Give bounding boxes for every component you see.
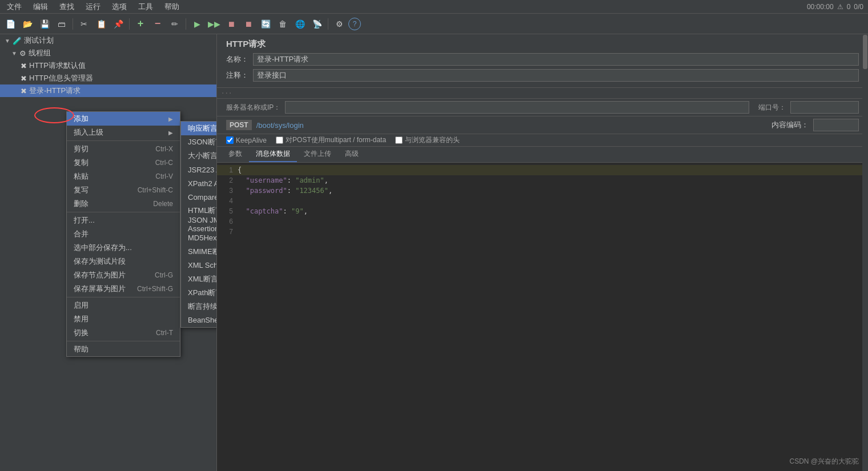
tree-item-login-http[interactable]: ✖ 登录-HTTP请求	[0, 84, 216, 97]
assert-xml[interactable]: XML断言	[181, 272, 217, 286]
content-encoding-input[interactable]	[813, 119, 859, 131]
assert-beanshell[interactable]: BeanShell断言	[181, 313, 217, 327]
help-button[interactable]: ?	[348, 18, 361, 30]
open-button[interactable]: 📂	[19, 16, 35, 32]
menu-file[interactable]: 文件	[5, 1, 24, 13]
menu-bar: 文件 编辑 查找 运行 选项 工具 帮助 00:00:00 ⚠ 0 0/0	[0, 0, 868, 14]
sep4	[328, 18, 328, 30]
ctx-merge[interactable]: 合并	[67, 227, 180, 241]
warning-icon: ⚠	[837, 3, 843, 11]
name-input[interactable]	[253, 53, 859, 66]
ctx-open[interactable]: 打开...	[67, 214, 180, 227]
ctx-save-selection[interactable]: 选中部分保存为...	[67, 241, 180, 255]
assert-xpath2[interactable]: XPath2 Assertion	[181, 176, 217, 190]
login-http-icon: ✖	[21, 87, 27, 95]
sep1	[73, 18, 73, 30]
ctx-toggle[interactable]: 切换 Ctrl-T	[67, 326, 180, 340]
ctx-delete[interactable]: 删除 Delete	[67, 197, 180, 211]
tree-item-test-plan[interactable]: ▼ 🧪 测试计划	[0, 34, 216, 47]
run-all-button[interactable]: ▶▶	[206, 16, 222, 32]
cut-button[interactable]: ✂	[76, 16, 92, 32]
tree-item-thread-group[interactable]: ▼ ⚙ 线程组	[0, 47, 216, 59]
ctx-paste[interactable]: 粘贴 Ctrl-V	[67, 170, 180, 183]
multipart-label[interactable]: 对POST使用multipart / form-data	[276, 135, 386, 145]
menu-search[interactable]: 查找	[57, 1, 77, 13]
comment-input[interactable]	[253, 69, 859, 82]
remove-button[interactable]: −	[150, 16, 166, 32]
menu-run[interactable]: 运行	[83, 1, 103, 13]
copy-button[interactable]: 📋	[93, 16, 109, 32]
ctx-disable[interactable]: 禁用	[67, 312, 180, 326]
save-as-button[interactable]: 🗃	[54, 16, 70, 32]
tabs-toolbar: ···	[217, 88, 868, 99]
tree-login-http-label: 登录-HTTP请求	[29, 86, 81, 96]
draw-button[interactable]: ✏	[167, 16, 183, 32]
save-button[interactable]: 💾	[37, 16, 53, 32]
clear-all-button[interactable]: 🗑	[275, 16, 291, 32]
comment-row: 注释：	[226, 69, 859, 82]
browser-headers-label[interactable]: 与浏览器兼容的头	[395, 135, 460, 145]
new-button[interactable]: 📄	[2, 16, 18, 32]
assert-json[interactable]: JSON断言	[181, 135, 217, 149]
paste-button[interactable]: 📌	[110, 16, 126, 32]
port-input[interactable]	[790, 101, 859, 114]
settings-button[interactable]: ⚙	[331, 16, 347, 32]
ctx-cut[interactable]: 剪切 Ctrl-X	[67, 142, 180, 156]
server-input[interactable]	[285, 101, 749, 114]
assert-compare[interactable]: Compare Assertion	[181, 190, 217, 204]
browse-button[interactable]: 🌐	[292, 16, 308, 32]
menu-edit[interactable]: 编辑	[31, 1, 50, 13]
add-button[interactable]: +	[132, 16, 148, 32]
assert-md5hex[interactable]: MD5Hex断言	[181, 231, 217, 245]
ctx-sep1	[67, 140, 180, 141]
comment-label: 注释：	[226, 70, 248, 80]
tab-files[interactable]: 文件上传	[297, 147, 338, 162]
code-line-1: 1 {	[217, 165, 868, 175]
tree-thread-label: 线程组	[29, 48, 51, 58]
capture-button[interactable]: 📡	[309, 16, 325, 32]
stop-all-button[interactable]: ⏹	[240, 16, 256, 32]
ctx-save-screen-image[interactable]: 保存屏幕为图片 Ctrl+Shift-G	[67, 282, 180, 296]
http-tabs: 参数 消息体数据 文件上传 高级	[217, 147, 868, 163]
ctx-insert-parent[interactable]: 插入上级 ▶	[67, 126, 180, 139]
menu-tools[interactable]: 工具	[136, 1, 155, 13]
stop-button[interactable]: ⏹	[223, 16, 239, 32]
menu-options[interactable]: 选项	[110, 1, 129, 13]
content-panel: HTTP请求 名称： 注释： ··· 服务器名称或IP： 端口号： POST /…	[217, 34, 868, 471]
menu-help[interactable]: 帮助	[162, 1, 182, 13]
vertical-scrollbar[interactable]	[862, 34, 868, 471]
ctx-copy[interactable]: 复制 Ctrl-C	[67, 156, 180, 170]
ctx-add[interactable]: 添加 ▶	[67, 112, 180, 126]
dots-indicator: ···	[222, 88, 232, 98]
assert-response[interactable]: 响应断言 ▶	[181, 122, 217, 135]
tab-params[interactable]: 参数	[222, 147, 249, 162]
ctx-help[interactable]: 帮助	[67, 343, 180, 356]
keepalive-label[interactable]: KeepAlive	[226, 136, 267, 144]
name-label: 名称：	[226, 54, 248, 65]
tab-body[interactable]: 消息体数据	[249, 147, 297, 162]
ctx-enable[interactable]: 启用	[67, 299, 180, 312]
ctx-duplicate[interactable]: 复写 Ctrl+Shift-C	[67, 183, 180, 197]
assert-xmlschema[interactable]: XML Schema断言	[181, 259, 217, 272]
assert-xpath[interactable]: XPath断言	[181, 286, 217, 300]
run-button[interactable]: ▶	[189, 16, 205, 32]
ctx-save-node-image[interactable]: 保存节点为图片 Ctrl-G	[67, 268, 180, 282]
multipart-checkbox[interactable]	[276, 136, 283, 144]
tree-item-http-defaults[interactable]: ✖ HTTP请求默认值	[0, 59, 216, 72]
tree-item-http-header-manager[interactable]: ✖ HTTP信息头管理器	[0, 72, 216, 84]
assert-jmespath[interactable]: JSON JMESPath Assertion	[181, 218, 217, 231]
assert-smime[interactable]: SMIME断言	[181, 245, 217, 259]
browser-headers-checkbox[interactable]	[395, 136, 403, 144]
clear-button[interactable]: 🔄	[258, 16, 274, 32]
line-num-1: 1	[217, 166, 238, 174]
url-path: /boot/sys/login	[256, 121, 304, 130]
assert-jsr223[interactable]: JSR223 Assertion	[181, 163, 217, 176]
tab-advanced[interactable]: 高级	[338, 147, 365, 162]
ctx-save-fragment[interactable]: 保存为测试片段	[67, 255, 180, 268]
assert-duration[interactable]: 断言持续时间	[181, 300, 217, 313]
line-content-3: "password": "123456",	[238, 187, 332, 195]
keepalive-checkbox[interactable]	[226, 136, 234, 144]
line-content-5: "captcha": "9",	[238, 207, 308, 215]
thread-expand-arrow: ▼	[11, 50, 17, 57]
assert-size[interactable]: 大小断言	[181, 149, 217, 163]
